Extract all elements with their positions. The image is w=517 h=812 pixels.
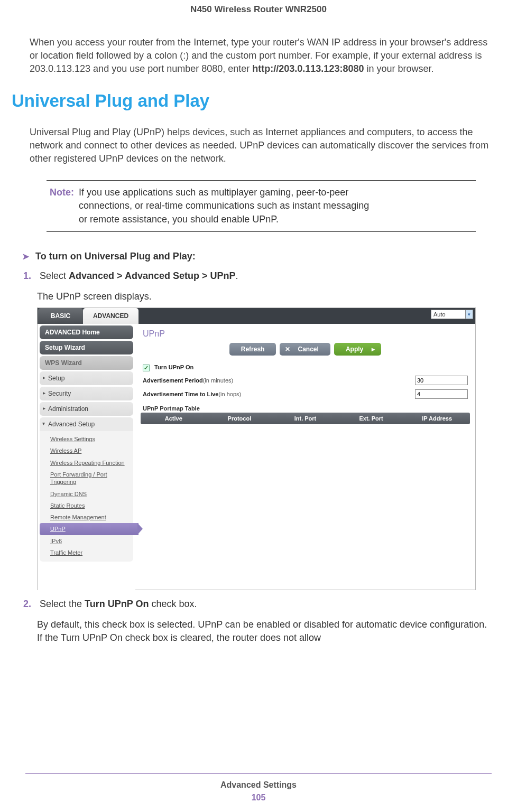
- sidebar-item-wps-wizard[interactable]: WPS Wizard: [40, 356, 133, 370]
- page-title: UPnP: [141, 327, 470, 343]
- chevron-right-icon: ➤: [22, 251, 29, 262]
- col-protocol: Protocol: [207, 415, 273, 422]
- step-2-sub: By default, this check box is selected. …: [25, 618, 492, 645]
- page-footer: Advanced Settings 105: [0, 773, 517, 802]
- adv-period-row: Advertisement Period(in minutes): [141, 374, 470, 387]
- step-2-post: check box.: [149, 599, 197, 609]
- step-1-sub: The UPnP screen displays.: [25, 290, 492, 303]
- note-label: Note:: [50, 186, 74, 199]
- sub-wireless-repeating[interactable]: Wireless Repeating Function: [40, 457, 133, 469]
- sub-wireless-ap[interactable]: Wireless AP: [40, 445, 133, 456]
- sub-dynamic-dns[interactable]: Dynamic DNS: [40, 488, 133, 500]
- step-1: 1. Select Advanced > Advanced Setup > UP…: [25, 269, 492, 283]
- sidebar-item-setup[interactable]: Setup: [40, 371, 133, 385]
- note-text: If you use applications such as multipla…: [79, 186, 375, 226]
- note-callout: Note: If you use applications such as mu…: [47, 180, 476, 232]
- adv-ttl-label: Advertisement Time to Live: [143, 391, 218, 397]
- sidebar-item-setup-wizard[interactable]: Setup Wizard: [40, 341, 133, 354]
- sub-remote-management[interactable]: Remote Management: [40, 511, 133, 523]
- sidebar-sublist: Wireless Settings Wireless AP Wireless R…: [40, 431, 133, 562]
- turn-upnp-on-label: Turn UPnP On: [154, 364, 193, 370]
- procedure-title: To turn on Universal Plug and Play:: [35, 251, 196, 262]
- step-1-bold: Advanced > Advanced Setup > UPnP: [69, 270, 235, 281]
- col-int-port: Int. Port: [272, 415, 338, 422]
- adv-period-label: Advertisement Period: [143, 377, 203, 384]
- col-active: Active: [141, 415, 207, 422]
- step-1-post: .: [235, 270, 238, 281]
- sub-ipv6[interactable]: IPv6: [40, 535, 133, 547]
- tab-basic[interactable]: BASIC: [38, 308, 83, 324]
- footer-section-name: Advanced Settings: [0, 780, 517, 790]
- step-1-number: 1.: [23, 269, 37, 283]
- auto-dropdown-value: Auto: [433, 311, 446, 318]
- doc-header-title: N450 Wireless Router WNR2500: [25, 0, 492, 36]
- col-ext-port: Ext. Port: [338, 415, 404, 422]
- sub-upnp[interactable]: UPnP: [40, 523, 139, 535]
- apply-button[interactable]: Apply: [334, 343, 381, 356]
- intro-text-b: in your browser.: [364, 63, 433, 74]
- sidebar-item-advanced-home[interactable]: ADVANCED Home: [40, 325, 133, 339]
- portmap-table-title: UPnP Portmap Table: [141, 401, 470, 413]
- adv-period-unit: (in minutes): [203, 377, 233, 384]
- adv-ttl-row: Advertisement Time to Live(in hops): [141, 387, 470, 401]
- sub-traffic-meter[interactable]: Traffic Meter: [40, 547, 133, 558]
- adv-ttl-input[interactable]: [415, 389, 468, 399]
- sidebar-item-administration[interactable]: Administration: [40, 402, 133, 416]
- portmap-table-header: Active Protocol Int. Port Ext. Port IP A…: [141, 413, 470, 424]
- chevron-down-icon: ▾: [465, 310, 473, 319]
- sidebar-item-security[interactable]: Security: [40, 387, 133, 400]
- top-tab-bar: BASIC ADVANCED: [38, 308, 475, 324]
- adv-ttl-unit: (in hops): [218, 391, 241, 397]
- main-panel: UPnP Refresh Cancel Apply ✓ Turn UPnP On…: [135, 324, 475, 591]
- sub-wireless-settings[interactable]: Wireless Settings: [40, 433, 133, 445]
- intro-url-bold: http://203.0.113.123:8080: [252, 63, 364, 74]
- sub-port-forwarding[interactable]: Port Forwarding / Port Triggering: [40, 469, 133, 488]
- tab-advanced[interactable]: ADVANCED: [83, 308, 139, 324]
- col-ip-address: IP Address: [404, 415, 470, 422]
- step-1-pre: Select: [40, 270, 69, 281]
- step-2-bold: Turn UPnP On: [85, 599, 149, 609]
- section-para: Universal Plug and Play (UPnP) helps dev…: [25, 126, 492, 166]
- intro-paragraph: When you access your router from the Int…: [25, 36, 492, 76]
- turn-upnp-on-checkbox[interactable]: ✓: [143, 365, 150, 371]
- turn-upnp-on-row: ✓ Turn UPnP On: [141, 362, 470, 374]
- action-button-row: Refresh Cancel Apply: [141, 343, 470, 356]
- refresh-button[interactable]: Refresh: [229, 343, 276, 356]
- footer-page-number: 105: [0, 793, 517, 802]
- sidebar-item-advanced-setup[interactable]: Advanced Setup: [40, 417, 133, 431]
- step-2-pre: Select the: [40, 599, 85, 609]
- sidebar: ADVANCED Home Setup Wizard WPS Wizard Se…: [38, 324, 135, 591]
- step-2-number: 2.: [23, 598, 37, 611]
- section-heading-upnp: Universal Plug and Play: [12, 91, 492, 111]
- upnp-admin-screenshot: BASIC ADVANCED Auto ▾ ADVANCED Home Setu…: [37, 307, 476, 590]
- footer-divider: [25, 773, 492, 774]
- language-auto-dropdown[interactable]: Auto ▾: [431, 310, 473, 319]
- sub-static-routes[interactable]: Static Routes: [40, 500, 133, 511]
- cancel-button[interactable]: Cancel: [280, 343, 330, 356]
- procedure-heading: ➤To turn on Universal Plug and Play:: [22, 251, 492, 262]
- adv-period-input[interactable]: [415, 376, 468, 385]
- step-2: 2. Select the Turn UPnP On check box.: [25, 598, 492, 611]
